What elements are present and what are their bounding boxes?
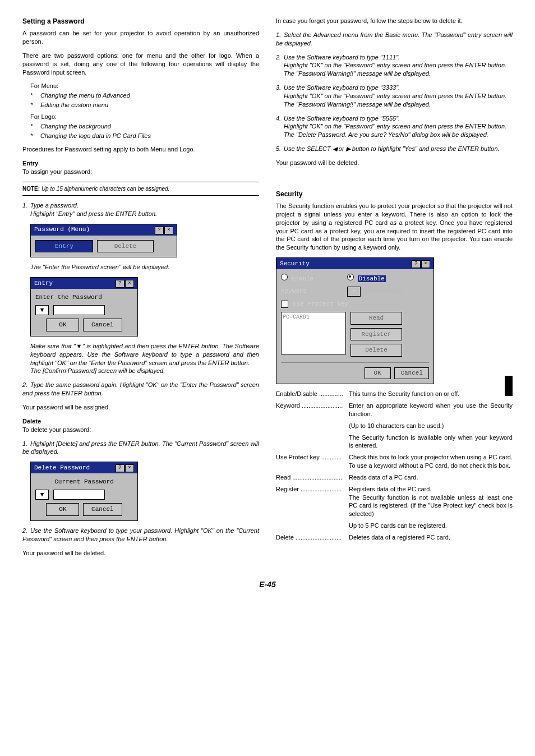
paragraph: Procedures for Password setting apply to… xyxy=(22,145,259,154)
definition-term: Use Protect key ............ xyxy=(276,453,349,473)
window-titlebar: Delete Password ?× xyxy=(31,462,137,473)
delete-button[interactable]: Delete xyxy=(350,344,402,357)
forgot-step: 1.Select the Advanced menu from the Basi… xyxy=(276,31,513,48)
cancel-button[interactable]: Cancel xyxy=(83,503,122,516)
paragraph: The "Enter the Password screen" will be … xyxy=(30,263,259,271)
definitions-table: Enable/Disable ..............This turns … xyxy=(276,390,513,545)
definition-term xyxy=(276,522,349,533)
ui-delete-password-window: Delete Password ?× Current Password ▼ OK… xyxy=(30,462,138,521)
table-row: Read .............................Reads … xyxy=(276,473,513,485)
entry-button[interactable]: Entry xyxy=(35,240,93,253)
help-icon[interactable]: ? xyxy=(116,464,124,472)
help-icon[interactable]: ? xyxy=(116,280,124,288)
paragraph: A password can be set for your projector… xyxy=(22,29,259,46)
definition-term: Enable/Disable .............. xyxy=(276,390,349,402)
window-buttons: ?× xyxy=(411,259,430,268)
paragraph: Make sure that "▼" is highlighted and th… xyxy=(30,342,259,367)
forgot-step: 5.Use the SELECT ◀ or ▶ button to highli… xyxy=(276,145,513,153)
pc-card-list[interactable]: PC-CARD1 xyxy=(281,312,346,354)
window-title: Password (Menu) xyxy=(34,225,90,234)
forgot-step: 2.Use the Software keyboard to type "111… xyxy=(276,53,513,79)
field-label: Enter the Password xyxy=(35,293,133,302)
paragraph: Your password will be deleted. xyxy=(22,549,259,557)
table-row: Use Protect key ............Check this b… xyxy=(276,453,513,473)
window-title: Security xyxy=(280,260,310,268)
ok-button[interactable]: OK xyxy=(46,503,79,516)
definition-description: Up to 5 PC cards can be registered. xyxy=(349,522,513,533)
help-icon[interactable]: ? xyxy=(412,260,421,268)
table-row: Register ........................Registe… xyxy=(276,485,513,522)
table-row: Enable/Disable ..............This turns … xyxy=(276,390,513,402)
password-input[interactable] xyxy=(53,490,105,500)
close-icon[interactable]: × xyxy=(125,280,134,288)
checkbox-use-protect-key[interactable] xyxy=(281,301,288,308)
left-column: Setting a Password A password can be set… xyxy=(22,17,259,563)
list-item: *Changing the logo data in PC Card Files xyxy=(30,132,259,140)
label-for-logo: For Logo: xyxy=(30,113,259,121)
table-row: Keyword ........................Enter an… xyxy=(276,402,513,422)
heading-security: Security xyxy=(276,190,513,199)
dropdown-toggle[interactable]: ▼ xyxy=(35,305,49,315)
step-1-delete: 1.Highlight [Delete] and press the ENTER… xyxy=(22,440,259,457)
help-icon[interactable]: ? xyxy=(155,227,164,234)
ui-security-window: Security ?× Enable Disable Keyword ▾ eee… xyxy=(276,257,434,384)
ok-button[interactable]: OK xyxy=(46,319,79,331)
paragraph: Your password will be deleted. xyxy=(276,159,513,167)
window-title: Delete Password xyxy=(34,464,90,472)
password-input[interactable] xyxy=(53,305,105,315)
dropdown-toggle[interactable]: ▼ xyxy=(35,490,49,500)
cancel-button[interactable]: Cancel xyxy=(394,367,429,379)
page-number: E-45 xyxy=(22,579,513,590)
definition-description: Reads data of a PC card. xyxy=(349,473,513,485)
window-titlebar: Security ?× xyxy=(276,258,433,269)
ui-entry-window: Entry ?× Enter the Password ▼ OK Cancel xyxy=(30,277,138,336)
field-label: Current Password xyxy=(35,478,133,486)
dropdown-toggle[interactable]: ▾ xyxy=(347,287,361,297)
definition-term: Register ........................ xyxy=(276,485,349,522)
paragraph: The Security function enables you to pro… xyxy=(276,202,513,252)
step-1: 1.Type a password. Highlight "Entry" and… xyxy=(22,201,259,218)
close-icon[interactable]: × xyxy=(421,260,430,268)
definition-term xyxy=(276,434,349,454)
table-row: Up to 5 PC cards can be registered. xyxy=(276,522,513,533)
definition-description: Deletes data of a registered PC card. xyxy=(349,533,513,545)
window-buttons: ?× xyxy=(115,463,134,472)
field-label: Keyword xyxy=(281,287,343,296)
radio-enable[interactable] xyxy=(281,274,288,280)
paragraph: There are two password options: one for … xyxy=(22,52,259,77)
definition-term: Read ............................. xyxy=(276,473,349,485)
radio-label: Enable xyxy=(292,275,314,282)
heading-setting-password: Setting a Password xyxy=(22,17,259,26)
paragraph: In case you forget your password, follow… xyxy=(276,17,513,25)
definition-description: Enter an appropriate keyword when you us… xyxy=(349,402,513,422)
heading-delete: Delete xyxy=(22,417,259,426)
definition-description: The Security function is available only … xyxy=(349,434,513,454)
cancel-button[interactable]: Cancel xyxy=(83,319,122,331)
keyword-value: eeeeeeeeee xyxy=(365,287,402,296)
definition-description: This turns the Security function on or o… xyxy=(349,390,513,402)
definition-term: Keyword ........................ xyxy=(276,402,349,422)
close-icon[interactable]: × xyxy=(125,464,134,472)
definition-description: (Up to 10 characters can be used.) xyxy=(349,422,513,434)
list-item: *Editing the custom menu xyxy=(30,101,259,109)
definition-term: Delete ........................... xyxy=(276,533,349,545)
register-button[interactable]: Register xyxy=(350,328,402,341)
note-block: NOTE: Up to 15 alphanumeric characters c… xyxy=(22,182,259,196)
ui-password-menu-window: Password (Menu) ?× Entry Delete xyxy=(30,224,177,258)
window-buttons: ?× xyxy=(154,225,173,234)
table-row: (Up to 10 characters can be used.) xyxy=(276,422,513,434)
read-button[interactable]: Read xyxy=(350,312,402,325)
page-edge-tab xyxy=(505,376,513,396)
ok-button[interactable]: OK xyxy=(365,367,391,379)
radio-disable[interactable] xyxy=(347,274,354,280)
table-row: The Security function is available only … xyxy=(276,434,513,454)
close-icon[interactable]: × xyxy=(164,227,173,234)
window-title: Entry xyxy=(34,279,53,288)
table-row: Delete ...........................Delete… xyxy=(276,533,513,545)
step-2-delete: 2.Use the Software keyboard to type your… xyxy=(22,527,259,543)
heading-entry: Entry xyxy=(22,159,259,168)
delete-button[interactable]: Delete xyxy=(97,240,154,253)
right-column: In case you forget your password, follow… xyxy=(276,17,513,563)
paragraph: To assign your password: xyxy=(22,168,259,176)
window-titlebar: Password (Menu) ?× xyxy=(31,224,177,236)
